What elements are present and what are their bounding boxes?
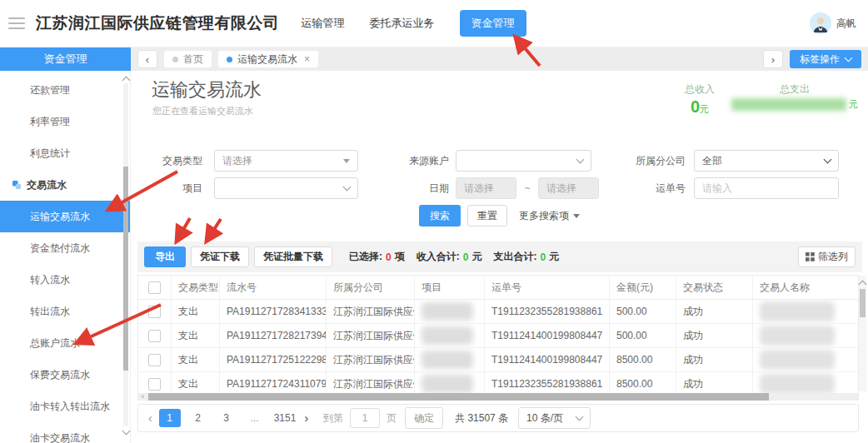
cell-transaction-type: 支出: [172, 372, 220, 396]
income-total-stat: 收入合计:0元: [417, 250, 482, 264]
tag-actions-button[interactable]: 标签操作: [790, 50, 861, 68]
page-number-button[interactable]: 1: [159, 409, 181, 427]
sidebar: 还款管理 利率管理 利息统计: [0, 71, 131, 443]
redacted-project: [422, 302, 473, 321]
table-header-cell: 项目: [415, 276, 485, 299]
hamburger-menu-icon[interactable]: [8, 17, 25, 29]
page-number-button[interactable]: 3151: [272, 409, 298, 427]
table-header-cell: 运单号: [485, 276, 610, 299]
voucher-batch-download-button[interactable]: 凭证批量下载: [254, 246, 332, 267]
chevron-down-icon: [845, 54, 853, 62]
sidebar-item[interactable]: 油卡转入转出流水: [0, 391, 130, 422]
reset-button[interactable]: 重置: [467, 205, 507, 226]
table-row[interactable]: 支出 PA1911271724311079693 江苏润江国际供应链... T1…: [138, 372, 858, 396]
nav-entrusted-carriage[interactable]: 委托承运业务: [370, 16, 435, 31]
chevron-down-icon: [576, 156, 585, 164]
table-horizontal-scrollbar[interactable]: ‹: [137, 393, 859, 401]
cell-amount: 500.00: [610, 300, 676, 323]
total-income: 总收入 0元: [685, 82, 715, 117]
sidebar-item[interactable]: 资金垫付流水: [0, 232, 130, 264]
export-button[interactable]: 导出: [144, 246, 186, 267]
table-header-row: 交易类型 流水号 所属分公司 项目 运单号 金额(元) 交易状态 交易人名称: [138, 276, 858, 300]
cell-person-name: [753, 300, 858, 323]
top-nav: 运输管理 委托承运业务 资金管理: [302, 10, 526, 37]
vertical-scroll-thumb[interactable]: [860, 289, 866, 317]
cell-serial-number: PA1911271725122298026: [220, 348, 327, 371]
table-header-cell: 交易人名称: [753, 276, 858, 299]
transport-transaction-flow-page: 江苏润江国际供应链管理有限公司 运输管理 委托承运业务 资金管理 高帆 资金管理…: [0, 0, 868, 443]
date-start-input[interactable]: 请选择: [456, 177, 516, 199]
row-checkbox[interactable]: [138, 348, 172, 371]
row-checkbox[interactable]: [138, 324, 172, 347]
tab-label: 运输交易流水: [237, 52, 297, 67]
cell-project: [415, 324, 485, 347]
goto-page-input[interactable]: 1: [350, 408, 380, 428]
tabs-scroll-right-button[interactable]: ›: [763, 50, 783, 68]
cell-waybill-number: T1911232355281938861: [485, 372, 610, 396]
date-end-input[interactable]: 请选择: [538, 177, 599, 199]
page-number-button[interactable]: 2: [187, 409, 209, 427]
cell-status: 成功: [676, 300, 753, 323]
table-row[interactable]: 支出 PA1911271725122298026 江苏润江国际供应链... T1…: [138, 348, 858, 372]
more-search-options-button[interactable]: 更多搜索项: [519, 209, 580, 223]
horizontal-scroll-thumb[interactable]: [148, 393, 769, 401]
page-tab[interactable]: 运输交易流水 ×: [218, 51, 318, 67]
user-avatar: [810, 12, 831, 34]
redacted-person-name: [760, 301, 835, 321]
sidebar-item[interactable]: 保费交易流水: [0, 359, 130, 391]
select-all-checkbox[interactable]: [138, 276, 172, 299]
redacted-project: [422, 326, 473, 345]
source-account-select[interactable]: [456, 150, 591, 172]
redacted-person-name: [760, 326, 835, 346]
row-checkbox[interactable]: [138, 300, 172, 323]
cell-amount: 500.00: [610, 324, 676, 347]
sidebar-item[interactable]: 油卡交易流水: [0, 422, 130, 443]
total-expense-label: 总支出: [780, 82, 810, 97]
table-row[interactable]: 支出 PA1911271728341333564 江苏润江国际供应链... T1…: [138, 300, 858, 324]
cell-project: [415, 348, 485, 371]
transaction-type-value: 请选择: [222, 154, 252, 168]
project-label: 项目: [131, 177, 202, 199]
user-menu[interactable]: 高帆: [810, 12, 856, 34]
filter-columns-button[interactable]: 筛选列: [798, 246, 856, 267]
chevron-down-icon: [576, 413, 584, 421]
branch-select[interactable]: 全部: [694, 150, 839, 172]
search-button[interactable]: 搜索: [419, 205, 461, 226]
scroll-left-icon[interactable]: ‹: [137, 393, 148, 401]
sidebar-scrollbar-thumb[interactable]: [123, 167, 128, 371]
transaction-type-select[interactable]: 请选择: [214, 150, 358, 172]
nav-transport-management[interactable]: 运输管理: [302, 16, 345, 31]
tabs-scroll-left-button[interactable]: ‹: [137, 50, 157, 68]
scroll-up-icon[interactable]: [859, 281, 867, 289]
goto-confirm-button[interactable]: 确定: [405, 407, 443, 429]
sidebar-item[interactable]: 还款管理: [0, 74, 130, 106]
sidebar-item[interactable]: 总账户流水: [0, 327, 130, 359]
sidebar-item[interactable]: 利息统计: [0, 137, 130, 169]
cell-status: 成功: [676, 372, 753, 396]
nav-fund-management[interactable]: 资金管理: [460, 10, 526, 37]
sidebar-item[interactable]: 运输交易流水: [0, 201, 130, 232]
prev-page-button[interactable]: ‹: [148, 412, 152, 424]
page-tab[interactable]: 首页 ×: [164, 51, 212, 67]
cell-project: [415, 300, 485, 323]
sidebar-item[interactable]: 转入流水: [0, 264, 130, 296]
sidebar-item[interactable]: 交易流水: [0, 169, 130, 201]
next-page-button[interactable]: ›: [304, 412, 308, 424]
page-size-select[interactable]: 10 条/页: [518, 407, 591, 429]
table-vertical-scrollbar[interactable]: [859, 276, 866, 391]
page-number-button[interactable]: 3: [216, 409, 237, 427]
project-select[interactable]: [214, 177, 358, 199]
tab-close-icon[interactable]: ×: [304, 53, 310, 65]
sidebar-item[interactable]: 利率管理: [0, 106, 130, 137]
filter-columns-label: 筛选列: [818, 250, 848, 264]
page-subtitle: 您正在查看运输交易流水: [152, 105, 253, 117]
tag-actions-label: 标签操作: [800, 52, 840, 67]
table-row[interactable]: 支出 PA1911271728217394416 江苏润江国际供应链... T1…: [138, 324, 858, 348]
page-number-button[interactable]: ...: [244, 409, 266, 427]
sidebar-item-label: 利息统计: [30, 147, 70, 161]
sidebar-item[interactable]: 转出流水: [0, 296, 130, 327]
triangle-down-icon: [343, 159, 350, 163]
app-header: 江苏润江国际供应链管理有限公司 运输管理 委托承运业务 资金管理 高帆: [0, 0, 868, 47]
voucher-download-button[interactable]: 凭证下载: [191, 246, 249, 267]
waybill-input[interactable]: 请输入: [694, 177, 839, 199]
